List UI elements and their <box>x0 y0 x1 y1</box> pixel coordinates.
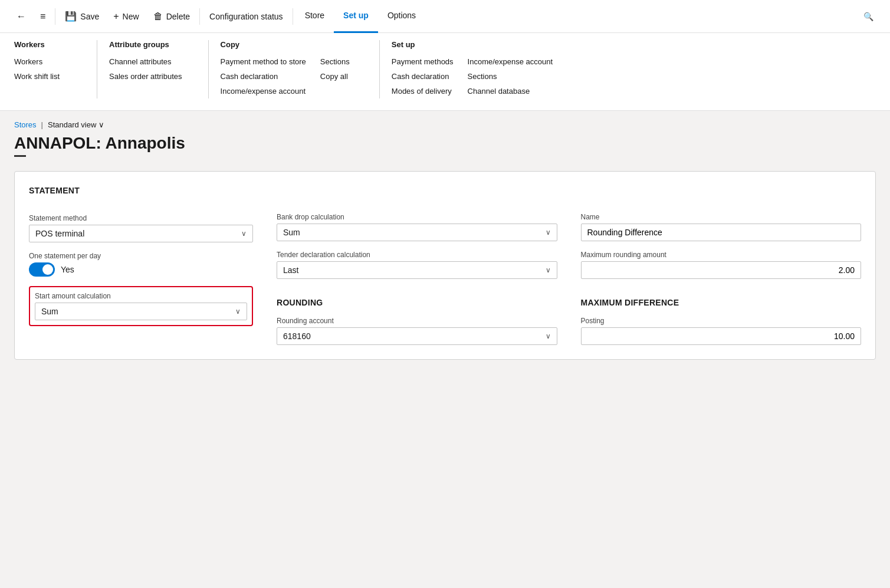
menu-item-cash-declaration-copy[interactable]: Cash declaration <box>221 70 306 84</box>
max-difference-title: MAXIMUM DIFFERENCE <box>581 298 862 307</box>
menu-item-work-shift-list[interactable]: Work shift list <box>14 70 71 84</box>
statement-method-select[interactable]: POS terminal ∨ <box>29 225 253 242</box>
rounding-section-title: ROUNDING <box>277 298 557 307</box>
config-status-button[interactable]: Configuration status <box>202 8 290 25</box>
rounding-account-label: Rounding account <box>277 317 557 325</box>
breadcrumb-area: Stores | Standard view ∨ ANNAPOL: Annapo… <box>0 111 890 162</box>
menu-item-payment-method[interactable]: Payment method to store <box>221 55 306 70</box>
tab-setup[interactable]: Set up <box>334 0 378 33</box>
rounding-account-select[interactable]: 618160 ∨ <box>277 327 557 345</box>
menu-group-title-copy: Copy <box>221 40 306 49</box>
delete-button[interactable]: 🗑 Delete <box>146 8 197 25</box>
menu-sep-1 <box>97 40 97 98</box>
toolbar: ← ≡ 💾 Save + New 🗑 Delete Configuration … <box>0 0 890 33</box>
standard-view-dropdown[interactable]: Standard view ∨ <box>48 120 104 129</box>
menu-item-income-expense-copy[interactable]: Income/expense account <box>221 84 306 99</box>
divider-1 <box>55 8 55 25</box>
posting-input[interactable] <box>581 327 862 345</box>
content-area: STATEMENT Statement method POS terminal … <box>0 162 890 369</box>
menu-item-channel-attributes[interactable]: Channel attributes <box>109 55 182 70</box>
max-rounding-input[interactable] <box>581 261 862 279</box>
menu-item-sales-order-attributes[interactable]: Sales order attributes <box>109 70 182 84</box>
new-button[interactable]: + New <box>106 8 146 25</box>
menu-item-channel-database[interactable]: Channel database <box>468 84 553 99</box>
menu-item-copy-all[interactable]: Copy all <box>320 70 353 84</box>
tab-options[interactable]: Options <box>378 0 425 33</box>
save-button[interactable]: 💾 Save <box>58 7 106 25</box>
form-col-2: Bank drop calculation Sum ∨ Tender decla… <box>277 186 557 345</box>
tab-store-label: Store <box>305 11 324 20</box>
menu-item-workers[interactable]: Workers <box>14 55 71 70</box>
menu-group-workers: Workers Workers Work shift list <box>14 40 85 98</box>
menu-item-payment-methods[interactable]: Payment methods <box>392 55 454 70</box>
start-amount-value: Sum <box>41 307 58 316</box>
tender-decl-select[interactable]: Last ∨ <box>277 261 557 279</box>
menu-item-modes-delivery[interactable]: Modes of delivery <box>392 84 454 99</box>
statement-method-label: Statement method <box>29 214 253 222</box>
field-max-rounding: Maximum rounding amount <box>581 251 862 279</box>
breadcrumb-stores-link[interactable]: Stores <box>14 120 37 129</box>
menu-sep-3 <box>379 40 380 98</box>
menu-item-cash-declaration[interactable]: Cash declaration <box>392 70 454 84</box>
statement-method-chevron: ∨ <box>241 229 247 238</box>
form-grid: STATEMENT Statement method POS terminal … <box>29 186 861 345</box>
field-tender-decl: Tender declaration calculation Last ∨ <box>277 251 557 279</box>
one-statement-label: One statement per day <box>29 252 253 260</box>
tab-options-label: Options <box>387 11 416 20</box>
back-button[interactable]: ← <box>9 8 33 25</box>
breadcrumb-separator: | <box>41 120 43 129</box>
menu-group-copy-extra: _ Sections Copy all <box>320 40 367 98</box>
chevron-down-icon: ∨ <box>98 120 104 129</box>
tender-decl-label: Tender declaration calculation <box>277 251 557 259</box>
rounding-section: ROUNDING Rounding account 618160 ∨ <box>277 298 557 345</box>
menu-group-setup-extra: _ Income/expense account Sections Channe… <box>468 40 567 98</box>
divider-2 <box>199 8 200 25</box>
start-amount-label: Start amount calculation <box>35 292 247 300</box>
spacer-col3 <box>581 186 862 203</box>
delete-icon: 🗑 <box>153 11 163 22</box>
one-statement-toggle[interactable] <box>29 262 55 277</box>
menu-sep-2 <box>208 40 209 98</box>
field-bank-drop: Bank drop calculation Sum ∨ <box>277 213 557 241</box>
search-button[interactable]: 🔍 <box>856 8 881 25</box>
field-rounding-account: Rounding account 618160 ∨ <box>277 317 557 345</box>
bank-drop-select[interactable]: Sum ∨ <box>277 224 557 241</box>
tender-decl-value: Last <box>283 265 298 275</box>
save-label: Save <box>80 12 99 21</box>
posting-label: Posting <box>581 317 862 325</box>
bank-drop-value: Sum <box>283 228 300 237</box>
save-icon: 💾 <box>65 11 77 22</box>
field-start-amount-highlighted: Start amount calculation Sum ∨ <box>29 286 253 326</box>
menu-group-attribute: Attribute groups Channel attributes Sale… <box>109 40 196 98</box>
menu-item-income-expense[interactable]: Income/expense account <box>468 55 553 70</box>
name-label: Name <box>581 213 862 221</box>
max-rounding-label: Maximum rounding amount <box>581 251 862 259</box>
menu-button[interactable]: ≡ <box>33 8 52 25</box>
menu-item-sections[interactable]: Sections <box>468 70 553 84</box>
statement-method-value: POS terminal <box>35 229 84 238</box>
title-underline <box>14 155 26 157</box>
page-title: ANNAPOL: Annapolis <box>14 134 876 153</box>
menu-group-title-workers: Workers <box>14 40 71 49</box>
breadcrumb: Stores | Standard view ∨ <box>14 120 876 129</box>
divider-3 <box>293 8 293 25</box>
new-icon: + <box>113 11 119 22</box>
statement-section-title: STATEMENT <box>29 186 253 195</box>
tab-store[interactable]: Store <box>295 0 334 33</box>
name-input[interactable] <box>581 224 862 241</box>
bank-drop-chevron: ∨ <box>546 228 551 236</box>
menu-item-sections-copy[interactable]: Sections <box>320 55 353 70</box>
bank-drop-label: Bank drop calculation <box>277 213 557 221</box>
start-amount-chevron: ∨ <box>235 307 241 316</box>
form-col-3: Name Maximum rounding amount MAXIMUM DIF… <box>581 186 862 345</box>
menu-group-setup: Set up Payment methods Cash declaration … <box>392 40 468 98</box>
spacer-col2 <box>277 186 557 203</box>
field-one-statement: One statement per day Yes <box>29 252 253 277</box>
menu-group-copy: Copy Payment method to store Cash declar… <box>221 40 320 98</box>
toggle-row: Yes <box>29 262 253 277</box>
tender-decl-chevron: ∨ <box>546 266 551 274</box>
menu-panel: Workers Workers Work shift list Attribut… <box>0 33 890 111</box>
start-amount-select[interactable]: Sum ∨ <box>35 303 247 320</box>
menu-group-title-attribute: Attribute groups <box>109 40 182 49</box>
form-col-1: STATEMENT Statement method POS terminal … <box>29 186 253 345</box>
